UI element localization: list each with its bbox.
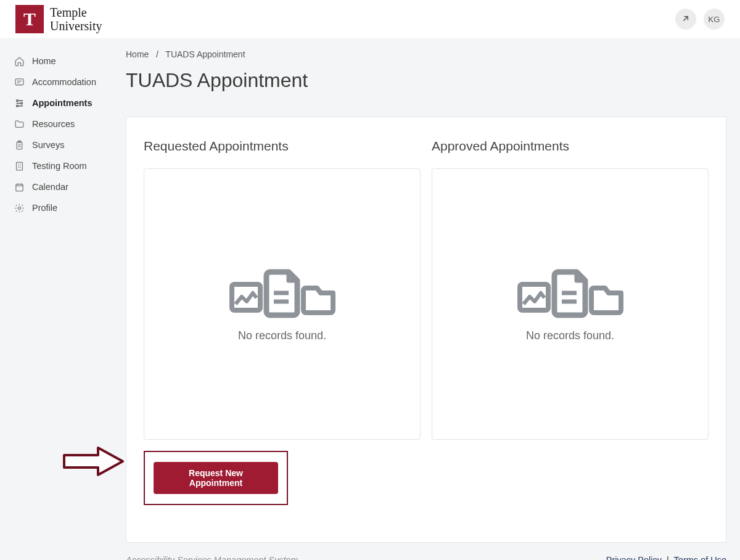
approved-title: Approved Appointments bbox=[432, 139, 709, 154]
breadcrumb-home[interactable]: Home bbox=[126, 49, 149, 59]
expand-button[interactable] bbox=[675, 9, 696, 30]
breadcrumb-current: TUADS Appointment bbox=[165, 49, 245, 59]
logo-mark: T bbox=[15, 5, 44, 33]
breadcrumb-sep: / bbox=[151, 49, 163, 59]
calendar-icon bbox=[14, 181, 25, 192]
sidebar-item-label: Profile bbox=[32, 203, 57, 213]
footer-sep: | bbox=[667, 555, 669, 560]
breadcrumb: Home / TUADS Appointment bbox=[126, 49, 726, 59]
sidebar-item-label: Calendar bbox=[32, 182, 68, 192]
footer-links: Privacy Policy | Terms of Use bbox=[606, 555, 726, 560]
approved-empty-text: No records found. bbox=[526, 329, 614, 342]
appointments-icon bbox=[14, 97, 25, 109]
user-avatar[interactable]: KG bbox=[704, 9, 725, 30]
brand-logo[interactable]: T Temple University bbox=[15, 5, 102, 33]
header: T Temple University KG bbox=[0, 0, 740, 38]
sidebar-item-label: Testing Room bbox=[32, 161, 87, 171]
svg-rect-6 bbox=[16, 162, 22, 170]
appointments-columns: Requested Appointments bbox=[144, 139, 709, 505]
svg-point-8 bbox=[18, 207, 20, 209]
sidebar-item-testing-room[interactable]: Testing Room bbox=[14, 155, 117, 176]
annotation-arrow-icon bbox=[61, 443, 129, 482]
home-icon bbox=[14, 56, 25, 67]
footer: Accessibility Services Management System… bbox=[126, 555, 726, 560]
sidebar-item-resources[interactable]: Resources bbox=[14, 113, 117, 134]
sidebar-item-label: Home bbox=[32, 56, 56, 66]
requested-empty-text: No records found. bbox=[238, 329, 326, 342]
brand-line2: University bbox=[50, 19, 102, 33]
empty-illustration bbox=[227, 266, 338, 318]
sidebar-item-surveys[interactable]: Surveys bbox=[14, 134, 117, 155]
sidebar-item-appointments[interactable]: Appointments bbox=[14, 93, 117, 113]
chat-icon bbox=[14, 76, 25, 88]
svg-point-2 bbox=[20, 102, 22, 104]
sidebar-item-profile[interactable]: Profile bbox=[14, 197, 117, 218]
expand-icon bbox=[681, 14, 691, 25]
user-initials: KG bbox=[709, 15, 720, 24]
requested-column: Requested Appointments bbox=[144, 139, 421, 505]
main-content: Home / TUADS Appointment TUADS Appointme… bbox=[117, 38, 740, 560]
folder-icon bbox=[14, 118, 25, 130]
building-icon bbox=[14, 160, 25, 171]
sidebar-item-accommodation[interactable]: Accommodation bbox=[14, 72, 117, 93]
appointments-panel: Requested Appointments bbox=[126, 117, 726, 543]
sidebar-item-calendar[interactable]: Calendar bbox=[14, 176, 117, 197]
empty-illustration bbox=[515, 266, 626, 318]
privacy-link[interactable]: Privacy Policy bbox=[606, 555, 662, 560]
sidebar-item-label: Accommodation bbox=[32, 77, 96, 87]
header-right: KG bbox=[675, 9, 725, 30]
page-title: TUADS Appointment bbox=[126, 69, 726, 92]
requested-title: Requested Appointments bbox=[144, 139, 421, 154]
brand-line1: Temple bbox=[50, 6, 102, 19]
sidebar-item-label: Surveys bbox=[32, 140, 64, 150]
request-new-appointment-button[interactable]: Request New Appointment bbox=[154, 462, 278, 494]
footer-system: Accessibility Services Management System bbox=[126, 555, 298, 560]
approved-records-box: No records found. bbox=[432, 168, 709, 440]
sidebar-item-label: Resources bbox=[32, 119, 75, 129]
requested-records-box: No records found. bbox=[144, 168, 421, 440]
svg-point-3 bbox=[16, 105, 18, 107]
approved-column: Approved Appointments bbox=[432, 139, 709, 505]
clipboard-icon bbox=[14, 139, 25, 150]
gear-icon bbox=[14, 202, 25, 213]
page-root: T Temple University KG Home bbox=[0, 0, 740, 560]
logo-text: Temple University bbox=[50, 6, 102, 33]
terms-link[interactable]: Terms of Use bbox=[674, 555, 726, 560]
request-button-highlight: Request New Appointment bbox=[144, 451, 288, 505]
sidebar-item-label: Appointments bbox=[32, 98, 92, 108]
svg-point-1 bbox=[16, 99, 18, 101]
svg-rect-0 bbox=[15, 78, 23, 84]
svg-rect-7 bbox=[15, 184, 22, 191]
sidebar-item-home[interactable]: Home bbox=[14, 51, 117, 72]
